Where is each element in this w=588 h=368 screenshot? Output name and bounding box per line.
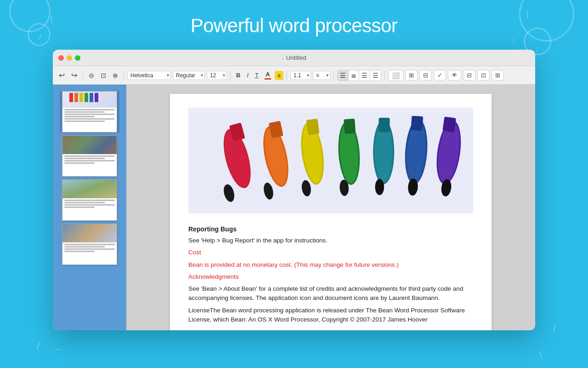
title-bar: ↓ Untitled [53, 50, 535, 66]
page-thumb-1[interactable]: 1 [60, 91, 119, 132]
document-text: Reporting Bugs See 'Help > Bug Report' i… [188, 224, 473, 324]
align-center-button[interactable]: ≣ [349, 70, 359, 80]
embed-button[interactable]: ⊡ [477, 70, 490, 80]
thumb-text-lines-3 [62, 198, 117, 210]
marker-blue [90, 93, 93, 102]
cost-para: Bean is provided at no monetary cost. (T… [188, 260, 473, 270]
minimize-button[interactable] [67, 55, 72, 61]
zoom-reset-button[interactable]: ⊡ [98, 70, 108, 81]
nav-button[interactable]: ⊟ [463, 70, 475, 80]
line-6 [64, 121, 105, 122]
toolbar-sep-2 [124, 71, 124, 80]
list-select[interactable]: ≡ [313, 71, 330, 80]
markers-svg [188, 108, 473, 213]
list-select-wrapper: ≡ [313, 71, 330, 80]
thumb-text-lines-2 [62, 154, 117, 166]
line-4 [64, 116, 95, 117]
thumb-image-4 [62, 224, 117, 265]
marker-strip [69, 93, 98, 102]
window-title: ↓ Untitled [282, 54, 306, 61]
align-right-button[interactable]: ☰ [359, 70, 370, 80]
line-1 [64, 109, 115, 110]
maximize-button[interactable] [75, 55, 80, 61]
ack-para: See 'Bean > About Bean' for a complete l… [188, 284, 473, 303]
markers-photo [188, 108, 473, 213]
page-thumb-2[interactable] [60, 135, 119, 177]
svg-rect-16 [344, 119, 356, 134]
line-2 [64, 111, 105, 113]
size-select-wrapper: 12 10 14 16 [207, 71, 227, 80]
cost-heading: Cost [188, 248, 473, 257]
insert-grid-button[interactable]: ⊟ [419, 70, 432, 80]
underline-button[interactable]: T [253, 70, 261, 80]
reporting-bugs-para: See 'Help > Bug Report' in the app for i… [188, 236, 473, 245]
page-thumbnail-sidebar: 1 [53, 85, 126, 330]
page-title: Powerful word processor [0, 0, 588, 50]
line-5 [64, 118, 115, 120]
redo-button[interactable]: ↪ [69, 69, 79, 81]
deco-mark-8: \ [539, 350, 542, 362]
thumb-image-1 [62, 91, 117, 132]
thumb-photo-4 [62, 224, 117, 242]
text-color-label: A [266, 71, 270, 78]
thumb-photo-3 [62, 180, 117, 198]
text-color-button[interactable]: A [263, 70, 273, 80]
marker-green [85, 93, 88, 102]
marker-purple [95, 93, 98, 102]
thumb-text-lines [62, 108, 117, 124]
highlight-button[interactable]: a [275, 71, 283, 80]
font-select[interactable]: Helvetica [127, 71, 171, 80]
toolbar-sep-1 [83, 71, 83, 80]
line-3 [64, 114, 115, 115]
doc-button[interactable]: ⊞ [492, 70, 504, 80]
toolbar-sep-3 [230, 71, 231, 80]
svg-rect-28 [442, 116, 456, 132]
align-group: ☰ ≣ ☰ ☰ [337, 70, 381, 81]
svg-rect-12 [306, 119, 319, 135]
document-area: Reporting Bugs See 'Help > Bug Report' i… [126, 85, 535, 330]
bold-button[interactable]: B [234, 70, 243, 80]
page-thumb-3[interactable] [60, 179, 119, 221]
marker-red [69, 93, 73, 102]
align-left-button[interactable]: ☰ [338, 70, 349, 80]
style-select-wrapper: Regular Bold Italic [173, 71, 205, 80]
toolbar: ↩ ↪ ⊖ ⊡ ⊕ Helvetica Regular Bold Italic … [53, 66, 535, 85]
svg-point-19 [375, 179, 384, 195]
toolbar-sep-5 [334, 71, 334, 80]
svg-rect-20 [379, 118, 390, 132]
traffic-lights [58, 55, 80, 61]
style-select[interactable]: Regular Bold Italic [173, 71, 205, 80]
zoom-out-button[interactable]: ⊖ [86, 70, 96, 81]
page-thumb-4[interactable] [60, 224, 119, 265]
thumb-markers [62, 92, 117, 108]
align-justify-button[interactable]: ☰ [370, 70, 381, 80]
document-title: Untitled [286, 54, 306, 61]
spacing-select[interactable]: 1.1 1.0 1.5 2.0 [290, 71, 311, 80]
size-select[interactable]: 12 10 14 16 [207, 71, 227, 80]
spacing-select-wrapper: 1.1 1.0 1.5 2.0 [290, 71, 311, 80]
insert-table-button[interactable]: ⊞ [405, 70, 418, 80]
italic-button[interactable]: I [244, 70, 251, 80]
thumb-image-2 [62, 135, 117, 177]
check-button[interactable]: ✓ [434, 70, 446, 80]
marker-yellow [79, 93, 83, 102]
toolbar-sep-4 [287, 71, 287, 80]
insert-image-button[interactable]: ⬜ [388, 70, 403, 81]
deco-mark-6: / [37, 340, 40, 352]
font-select-wrapper: Helvetica [127, 71, 171, 80]
color-bar [265, 78, 271, 80]
document-page: Reporting Bugs See 'Help > Bug Report' i… [170, 94, 492, 330]
preview-button[interactable]: 👁 [448, 70, 461, 80]
app-window: ↓ Untitled ↩ ↪ ⊖ ⊡ ⊕ Helvetica Regular B… [53, 50, 535, 330]
zoom-in-button[interactable]: ⊕ [110, 70, 120, 81]
thumb-photo-2 [62, 136, 117, 154]
title-icon: ↓ [282, 55, 284, 61]
license-para: LicenseThe Bean word processing applicat… [188, 306, 473, 325]
reporting-bugs-heading: Reporting Bugs [188, 224, 473, 234]
undo-button[interactable]: ↩ [57, 69, 67, 81]
thumb-image-3 [62, 179, 117, 221]
close-button[interactable] [58, 55, 64, 61]
toolbar-sep-6 [384, 71, 385, 80]
main-content: 1 [53, 85, 535, 330]
ack-heading: Acknowledgments [188, 272, 473, 282]
